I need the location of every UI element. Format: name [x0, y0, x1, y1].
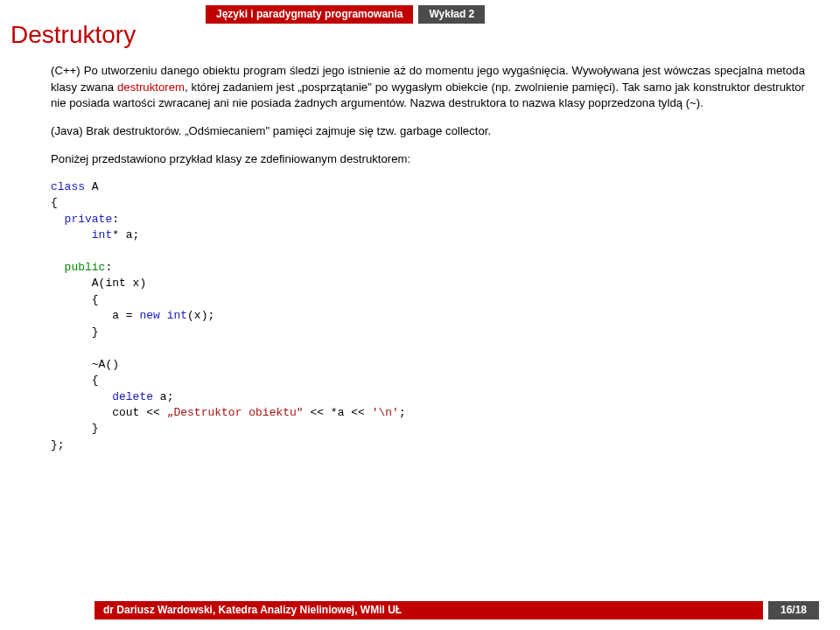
slide: Języki i paradygmaty programowania Wykła…	[0, 0, 840, 630]
footer-band: dr Dariusz Wardowski, Katedra Analizy Ni…	[0, 601, 840, 620]
code-t	[51, 390, 112, 403]
code-t: << *a <<	[304, 406, 372, 419]
code-t: cout <<	[51, 406, 167, 419]
kw-new: new	[139, 309, 159, 322]
code-t: a;	[153, 390, 173, 403]
paragraph-java: (Java) Brak destruktorów. „Odśmiecaniem"…	[51, 123, 805, 140]
code-t: ~A()	[51, 358, 119, 371]
char-lit: '\n'	[372, 406, 399, 419]
page-title: Destruktory	[10, 21, 136, 49]
code-t: {	[51, 293, 99, 306]
footer-spacer	[0, 601, 94, 620]
destructor-term: destruktorem	[117, 80, 185, 94]
code-block: class A { private: int* a; public: A(int…	[51, 179, 805, 454]
kw-public: public	[65, 261, 106, 274]
code-t	[51, 213, 65, 226]
kw-delete: delete	[112, 390, 153, 403]
code-t: A(int x)	[51, 276, 146, 290]
paragraph-cpp: (C++) Po utworzeniu danego obiektu progr…	[51, 63, 805, 112]
code-t	[160, 309, 167, 322]
paragraph-example-intro: Poniżej przedstawiono przykład klasy ze …	[51, 151, 805, 168]
kw-int: int	[92, 228, 112, 242]
code-t: }	[51, 326, 99, 339]
code-t: (x);	[187, 309, 214, 322]
kw-int2: int	[167, 309, 187, 322]
lecture-number: Wykład 2	[418, 5, 485, 24]
content-area: (C++) Po utworzeniu danego obiektu progr…	[51, 63, 805, 453]
code-t: A	[85, 180, 99, 193]
code-t: {	[51, 374, 99, 387]
code-t: * a;	[112, 228, 139, 242]
footer-author: dr Dariusz Wardowski, Katedra Analizy Ni…	[94, 601, 763, 620]
code-t: }	[51, 422, 99, 435]
code-t	[51, 261, 65, 274]
code-t	[51, 228, 92, 242]
kw-private: private	[65, 213, 113, 226]
code-t: {	[51, 196, 58, 209]
kw-class: class	[51, 180, 85, 193]
code-t: :	[112, 213, 119, 226]
code-t: };	[51, 438, 65, 452]
page-number: 16/18	[768, 601, 819, 620]
str-lit: „Destruktor obiektu"	[167, 406, 304, 419]
course-name: Języki i paradygmaty programowania	[206, 5, 413, 24]
code-t: ;	[399, 406, 406, 419]
code-t: :	[105, 261, 112, 274]
code-t: a =	[51, 309, 139, 322]
